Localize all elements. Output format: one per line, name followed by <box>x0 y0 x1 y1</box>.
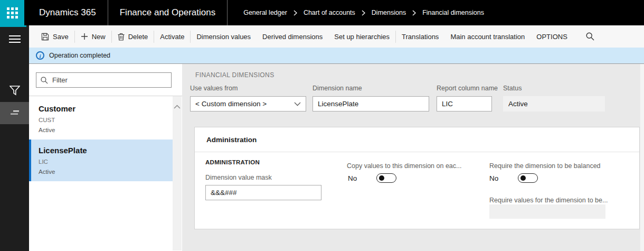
dimension-name-label: Dimension name <box>312 85 362 92</box>
dimension-value-mask-input[interactable] <box>205 185 321 200</box>
page-scrollbar[interactable] <box>640 64 644 251</box>
toggle-knob <box>379 175 384 181</box>
list-item-licenseplate[interactable]: LicensePlate LIC Active <box>29 140 173 181</box>
save-button[interactable]: Save <box>35 25 74 48</box>
require-balanced-toggle[interactable] <box>518 173 538 183</box>
product-title[interactable]: Finance and Operations <box>120 7 215 18</box>
search-icon <box>586 32 594 41</box>
require-values-label: Require values for the dimension to be..… <box>489 197 608 204</box>
hamburger-icon <box>9 35 21 43</box>
administration-section-header[interactable]: Administration <box>195 127 639 152</box>
trash-icon <box>118 33 125 41</box>
toggle-knob <box>520 175 526 181</box>
report-column-name-label: Report column name <box>437 85 498 92</box>
copy-values-toggle[interactable] <box>376 173 396 183</box>
waffle-icon <box>7 7 18 18</box>
search-button[interactable] <box>581 25 600 48</box>
plus-icon <box>81 33 88 40</box>
chevron-right-icon <box>293 10 297 16</box>
breadcrumb-general-ledger[interactable]: General ledger <box>243 9 287 16</box>
chevron-right-icon <box>362 10 365 16</box>
report-column-name-input[interactable] <box>437 96 492 111</box>
dimension-name-input[interactable] <box>312 96 429 111</box>
use-values-from-select[interactable]: < Custom dimension > <box>190 96 306 111</box>
status-value: Active <box>503 96 605 111</box>
translations-button[interactable]: Translations <box>396 25 444 48</box>
dimension-list-panel: Customer CUST Active LicensePlate LIC Ac… <box>29 64 182 251</box>
list-item-customer[interactable]: Customer CUST Active <box>29 98 173 140</box>
dimension-values-button[interactable]: Dimension values <box>191 25 257 48</box>
set-up-hierarchies-button[interactable]: Set up hierarchies <box>328 25 395 48</box>
chevron-down-icon <box>294 102 301 106</box>
status-label: Status <box>503 85 522 92</box>
page-title: FINANCIAL DIMENSIONS <box>195 71 274 79</box>
filter-input[interactable] <box>52 76 171 84</box>
options-menu-button[interactable]: OPTIONS <box>531 25 573 48</box>
chevron-right-icon <box>412 10 416 16</box>
dimension-value-mask-label: Dimension value mask <box>205 174 272 181</box>
dimension-list-icon <box>10 110 20 116</box>
open-list-pane-button[interactable] <box>0 102 29 124</box>
list-scrollbar[interactable] <box>173 96 182 250</box>
copy-values-value: No <box>348 174 361 182</box>
activate-button[interactable]: Activate <box>154 25 190 48</box>
notification-bar: i Operation completed <box>29 48 644 64</box>
administration-subheader: ADMINISTRATION <box>205 159 260 165</box>
navigation-sidebar <box>0 25 29 251</box>
app-title[interactable]: Dynamics 365 <box>39 7 96 18</box>
info-icon: i <box>36 51 44 60</box>
copy-values-label: Copy values to this dimension on eac... <box>347 162 461 170</box>
action-toolbar: Save New Delete Activate Dimension value… <box>29 25 644 48</box>
dimension-list: Customer CUST Active LicensePlate LIC Ac… <box>29 98 173 181</box>
require-balanced-value: No <box>489 174 502 182</box>
divider <box>29 96 182 96</box>
top-navigation-bar: Dynamics 365 Finance and Operations Gene… <box>0 0 644 25</box>
require-balanced-label: Require the dimension to be balanced <box>489 162 601 170</box>
delete-button[interactable]: Delete <box>112 25 154 48</box>
require-values-field <box>489 204 605 219</box>
separator <box>227 0 228 25</box>
breadcrumb-dimensions[interactable]: Dimensions <box>372 9 406 16</box>
filter-box <box>36 72 172 88</box>
expand-navigation-button[interactable] <box>0 31 29 48</box>
filter-pane-button[interactable] <box>0 81 29 99</box>
breadcrumb-chart-of-accounts[interactable]: Chart of accounts <box>304 9 355 16</box>
notification-text: Operation completed <box>49 52 110 59</box>
new-button[interactable]: New <box>75 25 111 48</box>
use-values-from-label: Use values from <box>190 85 238 92</box>
app-launcher-button[interactable] <box>0 0 24 25</box>
accent-strip <box>0 25 26 27</box>
search-icon <box>41 77 48 84</box>
main-account-translation-button[interactable]: Main account translation <box>444 25 531 48</box>
save-icon <box>41 33 49 41</box>
breadcrumb: General ledger Chart of accounts Dimensi… <box>243 9 484 16</box>
derived-dimensions-button[interactable]: Derived dimensions <box>257 25 328 48</box>
chevron-up-icon[interactable] <box>174 105 181 111</box>
administration-card: Administration ADMINISTRATION Dimension … <box>194 127 640 229</box>
breadcrumb-financial-dimensions: Financial dimensions <box>422 9 484 16</box>
main-content: FINANCIAL DIMENSIONS Use values from Dim… <box>182 64 644 251</box>
separator <box>108 0 108 25</box>
filter-icon <box>10 86 20 96</box>
